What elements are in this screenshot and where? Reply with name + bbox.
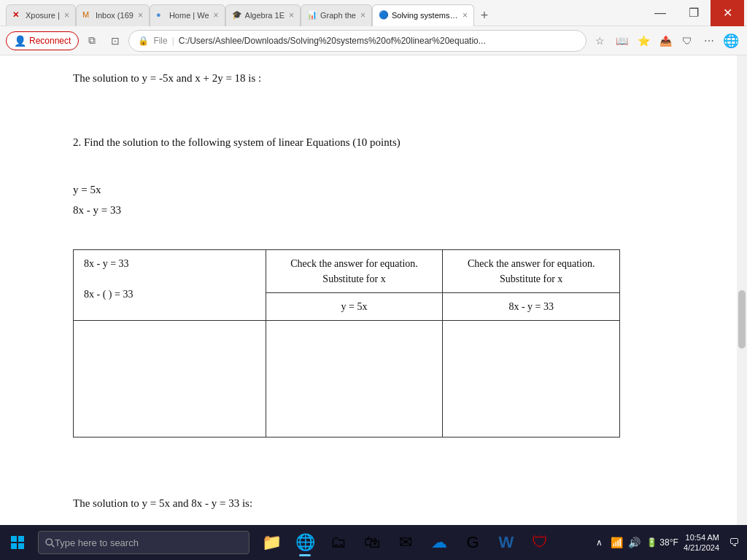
table-header-row: 8x - y = 33 8x - ( ) = 33 Check the answ… xyxy=(74,250,620,293)
taskbar-file-explorer[interactable]: 📁 xyxy=(255,526,287,559)
tab-xposure[interactable]: ✕ Xposure | × xyxy=(6,4,76,26)
tray-chevron[interactable]: ∧ xyxy=(592,535,606,550)
maximize-button[interactable]: ❐ xyxy=(677,0,711,26)
tab-home[interactable]: ● Home | We × xyxy=(150,4,225,26)
tray-battery[interactable]: 🔋 xyxy=(644,535,659,550)
solution-intro: The solution to y = -5x and x + 2y = 18 … xyxy=(73,70,613,87)
tab-solving-systems[interactable]: 🔵 Solving systems of linear equatio × xyxy=(372,4,474,26)
system-tray: ∧ 📶 🔊 🔋 38°F 10:54 AM 4/21/2024 🗨 xyxy=(592,532,747,553)
reconnect-button[interactable]: 👤 Reconnect xyxy=(6,31,79,50)
lock-icon: 🔒 xyxy=(138,36,149,46)
tab-label-6: Solving systems of linear equatio xyxy=(392,11,458,20)
tab-favicon-5: 📊 xyxy=(307,10,317,20)
tray-date-text: 4/21/2024 xyxy=(684,542,719,553)
tab-favicon-4: 🎓 xyxy=(232,10,242,20)
reconnect-icon: 👤 xyxy=(14,35,26,47)
search-input[interactable] xyxy=(55,537,230,548)
taskbar: 📁 🌐 🗂 🛍 ✉ ☁ G W 🛡 ∧ 📶 🔊 xyxy=(0,525,747,560)
table-check-header-mid: Check the answer for equation. Substitut… xyxy=(266,250,443,293)
reconnect-label: Reconnect xyxy=(29,36,71,46)
tab-favicon-2: M xyxy=(82,10,93,20)
tray-clock[interactable]: 10:54 AM 4/21/2024 xyxy=(679,532,724,553)
table-blank-mid xyxy=(266,321,443,438)
favorites-icon[interactable]: ⭐ xyxy=(633,31,654,51)
tab-label-1: Xposure | xyxy=(26,11,60,20)
tray-temperature: 38°F xyxy=(662,535,676,550)
svg-point-4 xyxy=(46,539,52,545)
word-icon: W xyxy=(499,533,514,552)
address-bar: 👤 Reconnect ⧉ ⊡ 🔒 File | C:/Users/Ashlee… xyxy=(0,26,747,55)
taskbar-edge[interactable]: 🌐 xyxy=(289,526,321,559)
table-blank-row xyxy=(74,321,620,438)
url-bar[interactable]: 🔒 File | C:/Users/Ashlee/Downloads/Solvi… xyxy=(128,30,587,52)
answer-table: 8x - y = 33 8x - ( ) = 33 Check the answ… xyxy=(73,249,620,438)
taskbar-microsoft-store[interactable]: 🛍 xyxy=(356,526,388,559)
tab-algebra[interactable]: 🎓 Algebra 1E × xyxy=(225,4,301,26)
tab-favicon-6: 🔵 xyxy=(379,10,389,20)
page-content: The solution to y = -5x and x + 2y = 18 … xyxy=(0,55,657,525)
taskbar-mail[interactable]: ✉ xyxy=(390,526,422,559)
tab-inbox[interactable]: M Inbox (169 × xyxy=(76,4,150,26)
table-eq-mid: y = 5x xyxy=(266,293,443,321)
tray-volume[interactable]: 🔊 xyxy=(627,535,641,550)
svg-rect-3 xyxy=(18,543,24,549)
split-screen-button[interactable]: ⊡ xyxy=(105,31,125,51)
taskbar-word[interactable]: W xyxy=(490,526,522,559)
onedrive-icon: ☁ xyxy=(431,533,447,552)
table-check-header-right: Check the answer for equation. Substitut… xyxy=(443,250,620,293)
tab-graph[interactable]: 📊 Graph the × xyxy=(301,4,372,26)
browser-essentials-icon[interactable]: 🛡 xyxy=(677,31,697,51)
scrollbar-thumb[interactable] xyxy=(738,290,746,349)
search-icon xyxy=(44,537,55,548)
content-area[interactable]: The solution to y = -5x and x + 2y = 18 … xyxy=(0,55,747,525)
address-bar-actions: ☆ 📖 ⭐ 📤 🛡 ⋯ 🌐 xyxy=(589,31,741,51)
bookmark-star-icon[interactable]: ☆ xyxy=(589,31,610,51)
minimize-button[interactable]: — xyxy=(643,0,677,26)
tray-network[interactable]: 📶 xyxy=(609,535,624,550)
tab-close-2[interactable]: × xyxy=(138,10,143,20)
svg-line-5 xyxy=(52,545,55,548)
table-blank-right xyxy=(443,321,620,438)
table-cell-left: 8x - y = 33 8x - ( ) = 33 xyxy=(74,250,266,321)
taskbar-search[interactable] xyxy=(38,531,249,554)
taskbar-google[interactable]: G xyxy=(457,526,489,559)
tab-label-5: Graph the xyxy=(320,11,356,20)
close-button[interactable]: ✕ xyxy=(711,0,744,26)
url-separator: | xyxy=(172,36,174,46)
equation2: 8x - y = 33 xyxy=(73,202,613,219)
question2-header: 2. Find the solution to the following sy… xyxy=(73,134,613,151)
store-icon: 🛍 xyxy=(364,533,380,552)
solution-text: The solution to y = 5x and 8x - y = 33 i… xyxy=(73,495,613,512)
tab-close-5[interactable]: × xyxy=(360,10,365,20)
notification-center-button[interactable]: 🗨 xyxy=(727,535,741,550)
title-bar: ✕ Xposure | × M Inbox (169 × ● Home | We… xyxy=(0,0,747,26)
duplicate-tab-button[interactable]: ⧉ xyxy=(82,31,102,51)
window-controls: — ❐ ✕ xyxy=(643,0,744,26)
table-eq-right: 8x - y = 33 xyxy=(443,293,620,321)
tab-close-1[interactable]: × xyxy=(64,10,69,20)
taskbar-onedrive[interactable]: ☁ xyxy=(423,526,455,559)
tab-label-3: Home | We xyxy=(169,11,209,20)
edge-icon[interactable]: 🌐 xyxy=(721,31,741,51)
tab-close-6[interactable]: × xyxy=(462,10,468,20)
reading-mode-icon[interactable]: 📖 xyxy=(611,31,632,51)
tab-close-4[interactable]: × xyxy=(289,10,294,20)
tab-favicon-3: ● xyxy=(156,10,166,20)
svg-rect-1 xyxy=(18,536,24,542)
tab-close-3[interactable]: × xyxy=(214,10,219,20)
browser-window: ✕ Xposure | × M Inbox (169 × ● Home | We… xyxy=(0,0,747,525)
equation1: y = 5x xyxy=(73,182,613,198)
url-file-label: File xyxy=(153,36,167,46)
new-tab-button[interactable]: + xyxy=(474,6,495,26)
scrollbar-track[interactable] xyxy=(737,55,747,525)
taskbar-icons: 📁 🌐 🗂 🛍 ✉ ☁ G W 🛡 xyxy=(255,526,556,559)
tab-favicon-1: ✕ xyxy=(12,10,23,20)
table-eq-header: 8x - y = 33 xyxy=(84,256,255,271)
file-explorer-icon: 📁 xyxy=(262,533,282,552)
share-icon[interactable]: 📤 xyxy=(655,31,676,51)
start-button[interactable] xyxy=(0,525,35,560)
windows-logo-icon xyxy=(10,535,25,550)
taskbar-antivirus[interactable]: 🛡 xyxy=(524,526,556,559)
settings-more-icon[interactable]: ⋯ xyxy=(699,31,719,51)
taskbar-file-manager[interactable]: 🗂 xyxy=(322,526,355,559)
